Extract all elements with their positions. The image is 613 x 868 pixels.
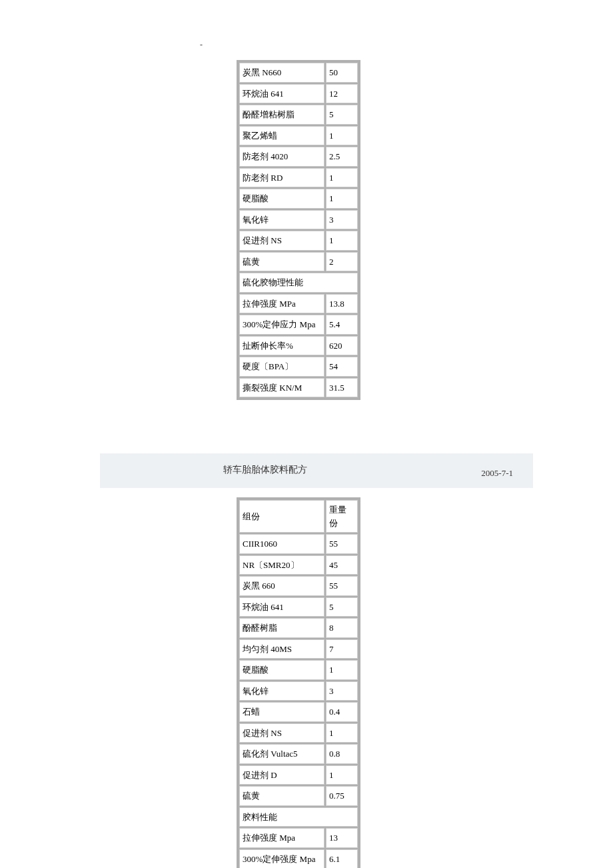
ingredient-value: 50 xyxy=(326,63,358,83)
ingredient-value: 7 xyxy=(326,639,358,659)
property-label: 拉伸强度 MPa xyxy=(239,294,324,314)
table-row: 撕裂强度 KN/M31.5 xyxy=(239,378,358,398)
property-label: 扯断伸长率% xyxy=(239,336,324,356)
table-row: 300%定伸应力 Mpa5.4 xyxy=(239,315,358,335)
property-value: 54 xyxy=(326,357,358,377)
title-text: 轿车胎胎体胶料配方 xyxy=(223,464,307,476)
table-row: 均匀剂 40MS7 xyxy=(239,639,358,659)
property-value: 13.8 xyxy=(326,294,358,314)
ingredient-label: 氧化锌 xyxy=(239,681,324,701)
ingredient-label: 炭黑 660 xyxy=(239,576,324,596)
ingredient-label: 防老剂 RD xyxy=(239,168,324,188)
ingredient-label: 均匀剂 40MS xyxy=(239,639,324,659)
property-value: 620 xyxy=(326,336,358,356)
ingredient-label: 炭黑 N660 xyxy=(239,63,324,83)
table-row: 防老剂 RD1 xyxy=(239,168,358,188)
table-row: 促进剂 NS1 xyxy=(239,231,358,251)
table-row: 硫黄2 xyxy=(239,252,358,272)
section-header: 硫化胶物理性能 xyxy=(239,273,358,293)
table-row: 石蜡0.4 xyxy=(239,702,358,722)
property-value: 13 xyxy=(326,828,358,848)
section-header-row: 胶料性能 xyxy=(239,807,358,827)
section-header-row: 硫化胶物理性能 xyxy=(239,273,358,293)
table-row: 防老剂 40202.5 xyxy=(239,147,358,167)
table-row: 硬脂酸1 xyxy=(239,660,358,680)
formula-table-1: 炭黑 N66050环烷油 64112酚醛增粘树脂5聚乙烯蜡1防老剂 40202.… xyxy=(237,60,360,400)
table-row: 环烷油 64112 xyxy=(239,84,358,104)
property-value: 6.1 xyxy=(326,849,358,869)
ingredient-value: 3 xyxy=(326,210,358,230)
header-dash: - xyxy=(200,40,203,50)
ingredient-value: 2 xyxy=(326,252,358,272)
ingredient-label: 促进剂 D xyxy=(239,765,324,785)
ingredient-value: 2.5 xyxy=(326,147,358,167)
ingredient-label: 防老剂 4020 xyxy=(239,147,324,167)
table-row: 硫化剂 Vultac50.8 xyxy=(239,744,358,764)
ingredient-label: 环烷油 641 xyxy=(239,597,324,617)
ingredient-label: 硬脂酸 xyxy=(239,189,324,209)
column-header: 重量份 xyxy=(326,500,358,533)
table-row: 氧化锌3 xyxy=(239,681,358,701)
ingredient-label: 聚乙烯蜡 xyxy=(239,126,324,146)
table-row: 氧化锌3 xyxy=(239,210,358,230)
ingredient-value: 0.4 xyxy=(326,702,358,722)
table-row: 300%定伸强度 Mpa6.1 xyxy=(239,849,358,869)
ingredient-label: NR〔SMR20〕 xyxy=(239,555,324,575)
ingredient-label: 促进剂 NS xyxy=(239,231,324,251)
ingredient-value: 0.75 xyxy=(326,786,358,806)
ingredient-label: 硫黄 xyxy=(239,786,324,806)
page: - 炭黑 N66050环烷油 64112酚醛增粘树脂5聚乙烯蜡1防老剂 4020… xyxy=(0,0,613,868)
ingredient-label: CIIR1060 xyxy=(239,534,324,554)
table-row: 酚醛增粘树脂5 xyxy=(239,105,358,125)
ingredient-value: 1 xyxy=(326,168,358,188)
ingredient-value: 1 xyxy=(326,765,358,785)
table-row: 促进剂 NS1 xyxy=(239,723,358,743)
ingredient-label: 氧化锌 xyxy=(239,210,324,230)
ingredient-value: 5 xyxy=(326,597,358,617)
table-row: 环烷油 6415 xyxy=(239,597,358,617)
formula-table-2: 组份重量份CIIR106055NR〔SMR20〕45炭黑 66055环烷油 64… xyxy=(237,497,360,868)
table-row: 促进剂 D1 xyxy=(239,765,358,785)
ingredient-value: 55 xyxy=(326,576,358,596)
column-header: 组份 xyxy=(239,500,324,533)
ingredient-label: 促进剂 NS xyxy=(239,723,324,743)
section-header: 胶料性能 xyxy=(239,807,358,827)
table-row: 拉伸强度 MPa13.8 xyxy=(239,294,358,314)
table-row: 硬脂酸1 xyxy=(239,189,358,209)
table-row: 炭黑 66055 xyxy=(239,576,358,596)
ingredient-value: 8 xyxy=(326,618,358,638)
table-header-row: 组份重量份 xyxy=(239,500,358,533)
ingredient-label: 硬脂酸 xyxy=(239,660,324,680)
property-label: 300%定伸强度 Mpa xyxy=(239,849,324,869)
table-row: 酚醛树脂8 xyxy=(239,618,358,638)
ingredient-value: 0.8 xyxy=(326,744,358,764)
ingredient-value: 12 xyxy=(326,84,358,104)
ingredient-value: 45 xyxy=(326,555,358,575)
ingredient-value: 1 xyxy=(326,660,358,680)
ingredient-value: 55 xyxy=(326,534,358,554)
ingredient-value: 1 xyxy=(326,126,358,146)
table-row: 拉伸强度 Mpa13 xyxy=(239,828,358,848)
ingredient-label: 石蜡 xyxy=(239,702,324,722)
property-label: 撕裂强度 KN/M xyxy=(239,378,324,398)
property-value: 31.5 xyxy=(326,378,358,398)
table-row: CIIR106055 xyxy=(239,534,358,554)
table-row: 炭黑 N66050 xyxy=(239,63,358,83)
title-bar: 轿车胎胎体胶料配方 2005-7-1 xyxy=(100,453,533,488)
ingredient-label: 酚醛增粘树脂 xyxy=(239,105,324,125)
ingredient-value: 5 xyxy=(326,105,358,125)
ingredient-label: 酚醛树脂 xyxy=(239,618,324,638)
table-row: NR〔SMR20〕45 xyxy=(239,555,358,575)
ingredient-label: 硫黄 xyxy=(239,252,324,272)
table-row: 扯断伸长率%620 xyxy=(239,336,358,356)
property-label: 拉伸强度 Mpa xyxy=(239,828,324,848)
property-label: 300%定伸应力 Mpa xyxy=(239,315,324,335)
property-label: 硬度〔BPA〕 xyxy=(239,357,324,377)
ingredient-value: 1 xyxy=(326,723,358,743)
ingredient-value: 1 xyxy=(326,231,358,251)
table-row: 硫黄0.75 xyxy=(239,786,358,806)
table-row: 聚乙烯蜡1 xyxy=(239,126,358,146)
property-value: 5.4 xyxy=(326,315,358,335)
title-date: 2005-7-1 xyxy=(481,468,513,479)
ingredient-label: 环烷油 641 xyxy=(239,84,324,104)
